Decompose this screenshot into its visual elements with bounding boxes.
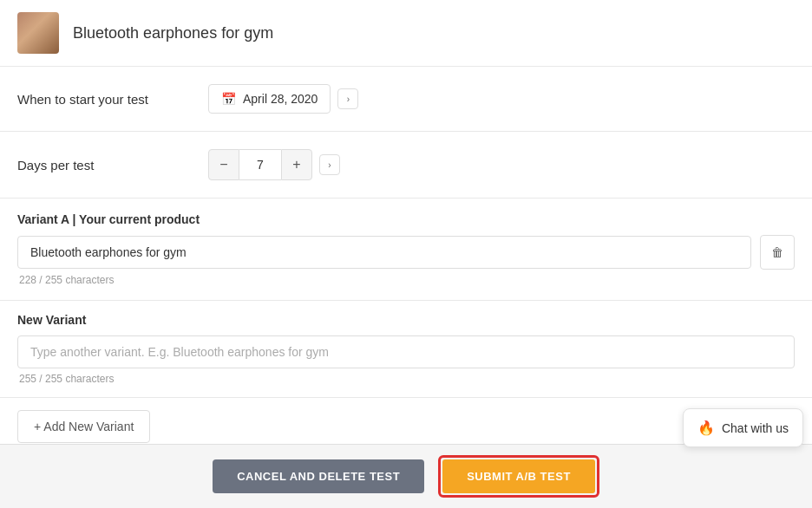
plus-icon: + <box>292 157 300 173</box>
cancel-button[interactable]: CANCEL AND DELETE TEST <box>213 459 424 493</box>
page-container: Bluetooth earphones for gym When to star… <box>0 0 812 508</box>
date-arrow-button[interactable]: › <box>337 88 358 109</box>
new-variant-label: New Variant <box>17 313 795 327</box>
minus-icon: − <box>219 157 227 173</box>
new-variant-char-count: 255 / 255 characters <box>19 373 795 385</box>
product-avatar-img <box>17 12 59 54</box>
add-variant-button[interactable]: + Add New Variant <box>17 410 150 443</box>
chevron-right-icon: › <box>347 94 350 104</box>
trash-icon: 🗑 <box>771 245 783 259</box>
variant-a-input-row: 🗑 <box>17 235 795 270</box>
date-value: April 28, 2020 <box>243 92 318 106</box>
new-variant-input[interactable] <box>17 335 795 368</box>
days-value: 7 <box>239 149 281 180</box>
days-increment-button[interactable]: + <box>281 149 312 180</box>
days-chevron-icon: › <box>328 160 331 170</box>
date-picker-button[interactable]: 📅 April 28, 2020 <box>208 84 331 114</box>
variant-a-section: Variant A | Your current product 🗑 228 /… <box>0 199 812 301</box>
days-per-test-label: Days per test <box>17 158 208 173</box>
header-section: Bluetooth earphones for gym <box>0 0 812 67</box>
days-arrow-button[interactable]: › <box>319 154 340 175</box>
variant-a-label: Variant A | Your current product <box>17 212 795 226</box>
start-test-label: When to start your test <box>17 92 208 107</box>
variant-a-input[interactable] <box>17 236 751 269</box>
submit-button[interactable]: SUBMIT A/B TEST <box>442 459 595 493</box>
stepper-group: − 7 + › <box>208 149 340 180</box>
product-avatar <box>17 12 59 54</box>
new-variant-section: New Variant 255 / 255 characters <box>0 301 812 398</box>
add-variant-label: + Add New Variant <box>34 420 134 433</box>
variant-a-delete-button[interactable]: 🗑 <box>760 235 795 270</box>
submit-button-wrapper: SUBMIT A/B TEST <box>438 455 599 498</box>
days-per-test-section: Days per test − 7 + › <box>0 132 812 199</box>
variant-a-char-count: 228 / 255 characters <box>19 274 795 286</box>
date-picker-group: 📅 April 28, 2020 › <box>208 84 358 114</box>
footer-bar: CANCEL AND DELETE TEST SUBMIT A/B TEST <box>0 444 812 508</box>
chat-widget[interactable]: 🔥 Chat with us <box>683 408 803 447</box>
product-title: Bluetooth earphones for gym <box>73 24 273 42</box>
chat-label: Chat with us <box>722 421 789 435</box>
days-decrement-button[interactable]: − <box>208 149 239 180</box>
start-test-section: When to start your test 📅 April 28, 2020… <box>0 67 812 132</box>
chat-icon: 🔥 <box>697 420 715 436</box>
calendar-icon: 📅 <box>221 92 236 106</box>
